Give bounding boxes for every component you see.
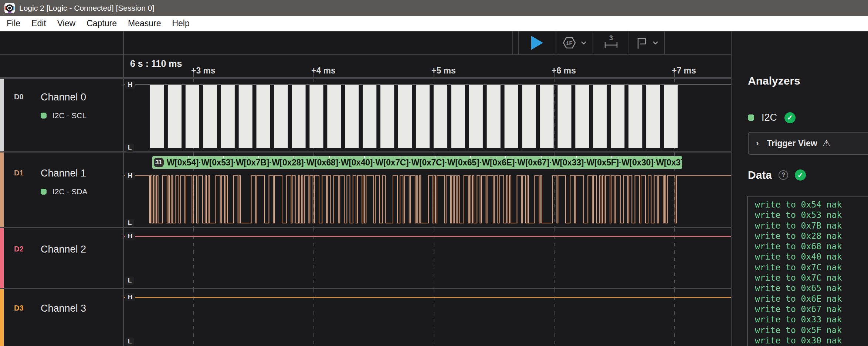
frame-boundary-tick <box>223 156 224 158</box>
menu-item-view[interactable]: View <box>52 16 81 31</box>
timeline-ruler[interactable]: 6 s : 110 ms +3 ms+4 ms+5 ms+6 ms+7 ms <box>0 54 731 78</box>
timeline-tick-label: +4 ms <box>311 66 336 76</box>
waveform-trace <box>124 228 731 290</box>
high-level-label: H <box>125 293 135 301</box>
analyzer-channel-label: I2C - SDA <box>52 187 88 196</box>
analyzer-item-i2c[interactable]: I2C ✓ <box>748 112 796 123</box>
channel-name[interactable]: Channel 3 <box>41 303 86 314</box>
channel-name[interactable]: Channel 1 <box>41 168 86 179</box>
i2c-decode-bar[interactable]: 31 W[0x54]·W[0x53]·W[0x7B]·W[0x28]·W[0x6… <box>152 156 682 169</box>
window-title: Logic 2 [Logic - Connected] [Session 0] <box>19 4 154 13</box>
analyzer-enabled-check-icon[interactable]: ✓ <box>784 112 796 123</box>
menu-item-measure[interactable]: Measure <box>122 16 166 31</box>
frame-boundary-tick <box>611 156 612 158</box>
waveform-trace <box>124 289 731 346</box>
frame-boundary-tick <box>470 156 471 158</box>
decode-frames-text: W[0x54]·W[0x53]·W[0x7B]·W[0x28]·W[0x68]·… <box>167 158 682 168</box>
waveform-area-d1[interactable]: HL31 W[0x54]·W[0x53]·W[0x7B]·W[0x28]·W[0… <box>124 153 731 227</box>
channel-id: D3 <box>14 304 24 312</box>
channel-color-strip <box>0 153 4 227</box>
channel-row-d0[interactable]: D0 Channel 0 I2C - SCL HL <box>0 78 731 152</box>
data-enabled-check-icon[interactable]: ✓ <box>795 169 806 181</box>
data-title: Data <box>748 169 772 181</box>
timeline-tick-label: +7 ms <box>672 66 696 76</box>
capture-mode-button[interactable]: 3 <box>593 31 628 54</box>
channel-name[interactable]: Channel 2 <box>41 244 86 255</box>
channel-color-strip <box>0 79 4 152</box>
channel-color-strip <box>0 228 4 289</box>
channel-color-strip <box>0 289 4 346</box>
analyzer-color-dot <box>748 114 754 121</box>
data-row[interactable]: write to 0x28 nak <box>748 231 868 241</box>
frame-boundary-tick <box>505 156 506 158</box>
play-icon <box>531 36 543 50</box>
svg-text:1F: 1F <box>566 40 573 46</box>
channel-analyzer-tag[interactable]: I2C - SDA <box>41 187 88 196</box>
svg-text:3: 3 <box>609 34 613 42</box>
analyzer-dot-icon <box>41 189 47 195</box>
channel-id: D1 <box>14 169 24 177</box>
help-icon[interactable]: ? <box>779 170 788 180</box>
data-row[interactable]: write to 0x5F nak <box>748 325 868 335</box>
channel-row-d2[interactable]: D2 Channel 2 HL <box>0 227 731 289</box>
waveform-area-d0[interactable]: HL <box>124 79 731 152</box>
data-row[interactable]: write to 0x54 nak <box>748 199 868 210</box>
low-level-label: L <box>125 144 134 152</box>
data-row[interactable]: write to 0x30 nak <box>748 335 868 346</box>
channel-analyzer-tag[interactable]: I2C - SCL <box>41 111 87 120</box>
data-row[interactable]: write to 0x6E nak <box>748 294 868 304</box>
timeline-tick-label: +6 ms <box>552 66 576 76</box>
channel-row-d3[interactable]: D3 Channel 3 HL <box>0 288 731 346</box>
analyzer-dot-icon <box>41 113 47 119</box>
analyzers-panel: Analyzers I2C ✓ › Trigger View ⚠ Data ? … <box>732 31 868 346</box>
data-row[interactable]: write to 0x65 nak <box>748 283 868 293</box>
flag-icon <box>634 35 649 50</box>
waveform-area-d3[interactable]: HL <box>124 289 731 346</box>
data-row[interactable]: write to 0x33 nak <box>748 314 868 325</box>
data-row[interactable]: write to 0x68 nak <box>748 241 868 251</box>
analyzer-channel-label: I2C - SCL <box>52 111 87 120</box>
data-row[interactable]: write to 0x7B nak <box>748 220 868 231</box>
data-row[interactable]: write to 0x67 nak <box>748 304 868 314</box>
trigger-view-button[interactable]: › Trigger View ⚠ <box>748 132 868 155</box>
menu-item-edit[interactable]: Edit <box>26 16 52 31</box>
timeline-tick-label: +5 ms <box>431 66 456 76</box>
chevron-down-icon <box>581 41 587 45</box>
high-level-label: H <box>125 232 135 240</box>
start-capture-button[interactable] <box>518 31 556 54</box>
frame-boundary-tick <box>400 156 400 158</box>
data-row[interactable]: write to 0x7C nak <box>748 262 868 273</box>
menu-item-help[interactable]: Help <box>166 16 195 31</box>
analyzers-title: Analyzers <box>748 75 800 87</box>
annotations-button[interactable] <box>628 31 664 54</box>
timeline-tick-mark <box>434 72 434 77</box>
frame-boundary-tick <box>576 156 577 158</box>
channel-id: D2 <box>14 245 24 253</box>
low-level-label: L <box>125 338 134 346</box>
data-row[interactable]: write to 0x53 nak <box>748 210 868 220</box>
menu-item-file[interactable]: File <box>0 16 26 31</box>
title-bar: Logic 2 [Logic - Connected] [Session 0] <box>0 0 868 16</box>
waveform-area-d2[interactable]: HL <box>124 228 731 289</box>
data-row[interactable]: write to 0x40 nak <box>748 251 868 262</box>
timeline-tick-label: +3 ms <box>191 66 216 76</box>
device-settings-button[interactable]: 1F <box>556 31 593 54</box>
decoded-data-list[interactable]: write to 0x54 nakwrite to 0x53 nakwrite … <box>747 196 868 346</box>
frame-boundary-tick <box>258 156 259 158</box>
frame-boundary-tick <box>364 156 365 158</box>
frame-boundary-tick <box>541 156 542 158</box>
trigger-view-label: Trigger View <box>767 138 817 148</box>
data-row[interactable]: write to 0x7C nak <box>748 273 868 283</box>
timed-capture-icon: 3 <box>602 34 619 51</box>
waveform-trace <box>124 79 731 153</box>
data-header: Data ? ✓ <box>748 169 806 181</box>
timeline-position-label: 6 s : 110 ms <box>130 58 182 69</box>
timeline-tick-mark <box>554 72 555 77</box>
menu-bar: FileEditViewCaptureMeasureHelp <box>0 16 868 31</box>
channel-row-d1[interactable]: D1 Channel 1 I2C - SDA HL31 W[0x54]·W[0x… <box>0 151 731 227</box>
frame-boundary-tick <box>435 156 435 158</box>
channel-name[interactable]: Channel 0 <box>41 92 86 103</box>
high-level-label: H <box>125 81 135 89</box>
timeline-tick-mark <box>193 72 194 77</box>
menu-item-capture[interactable]: Capture <box>81 16 122 31</box>
